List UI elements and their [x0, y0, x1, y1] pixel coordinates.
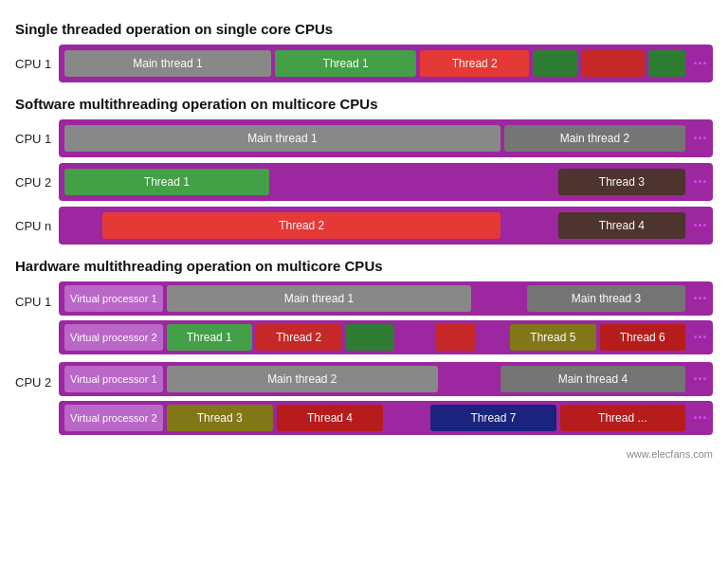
ellipsis: ··· — [693, 370, 707, 390]
vp-label: Virtual processor 2 — [64, 324, 163, 351]
thread-block: Main thread 4 — [500, 366, 685, 392]
vp-label: Virtual processor 2 — [64, 405, 163, 431]
thread-block — [435, 324, 476, 351]
ellipsis: ··· — [693, 408, 707, 428]
thread-block: Thread 2 — [102, 212, 500, 239]
thread-block: Thread 1 — [275, 50, 416, 77]
section-title: Single threaded operation on single core… — [15, 21, 713, 37]
thread-block: Thread 2 — [420, 50, 529, 77]
thread-block — [345, 324, 393, 351]
thread-block: Main thread 2 — [504, 125, 685, 152]
cpu-bar: Main thread 1Thread 1Thread 2··· — [59, 45, 713, 82]
thread-block — [533, 50, 576, 77]
thread-block — [398, 324, 432, 351]
vp-label: Virtual processor 1 — [64, 285, 163, 312]
section: Hardware multithreading operation on mul… — [15, 258, 713, 435]
thread-block: Thread 3 — [167, 405, 273, 431]
thread-block — [64, 212, 99, 239]
vp-row: Virtual processor 1Main thread 2Main thr… — [59, 362, 713, 396]
ellipsis: ··· — [693, 289, 707, 309]
thread-block: Main thread 1 — [167, 285, 472, 312]
cpu-row: CPU 1Main thread 1Thread 1Thread 2··· — [15, 45, 713, 82]
vp-row: Virtual processor 1Main thread 1Main thr… — [59, 281, 713, 316]
thread-block — [480, 324, 506, 351]
hw-cpu-label: CPU 2 — [15, 362, 59, 390]
thread-block: Thread 3 — [558, 169, 685, 195]
cpu-row: CPU 1Main thread 1Main thread 2··· — [15, 119, 713, 157]
ellipsis: ··· — [693, 129, 707, 149]
hw-cpu-group: CPU 1Virtual processor 1Main thread 1Mai… — [15, 281, 713, 354]
cpu-label: CPU n — [15, 219, 59, 233]
cpu-bar: Thread 2Thread 4··· — [59, 207, 713, 245]
thread-block: Thread 6 — [600, 324, 685, 351]
thread-block: Main thread 2 — [167, 366, 439, 392]
cpu-label: CPU 1 — [15, 132, 59, 146]
thread-block: Thread 7 — [430, 405, 555, 431]
thread-block: Thread 1 — [64, 169, 269, 195]
cpu-bar: Main thread 1Main thread 2··· — [59, 119, 713, 157]
section: Single threaded operation on single core… — [15, 21, 713, 82]
thread-block: Thread 4 — [277, 405, 383, 431]
ellipsis: ··· — [693, 216, 707, 236]
cpu-row: CPU 2Thread 1Thread 3··· — [15, 163, 713, 201]
cpu-label: CPU 1 — [15, 57, 59, 71]
cpu-label: CPU 2 — [15, 175, 59, 190]
thread-block: Thread ... — [560, 405, 685, 431]
ellipsis: ··· — [693, 172, 707, 192]
cpu-row: CPU nThread 2Thread 4··· — [15, 207, 713, 245]
thread-block: Thread 1 — [167, 324, 252, 351]
thread-block: Main thread 1 — [64, 50, 271, 77]
vp-row: Virtual processor 2Thread 1Thread 2Threa… — [59, 320, 713, 354]
vp-label: Virtual processor 1 — [64, 366, 163, 392]
watermark: www.elecfans.com — [15, 448, 713, 460]
thread-block: Main thread 1 — [64, 125, 500, 152]
vp-row: Virtual processor 2Thread 3Thread 4Threa… — [59, 401, 713, 435]
section-title: Software multithreading operation on mul… — [15, 96, 713, 112]
thread-block — [442, 366, 497, 392]
thread-block: Thread 4 — [558, 212, 685, 239]
thread-block — [648, 50, 685, 77]
thread-block: Thread 5 — [510, 324, 595, 351]
hw-vp-rows: Virtual processor 1Main thread 1Main thr… — [59, 281, 713, 354]
thread-block — [387, 405, 427, 431]
hw-cpu-group: CPU 2Virtual processor 1Main thread 2Mai… — [15, 362, 713, 435]
thread-block: Main thread 3 — [527, 285, 685, 312]
thread-block — [581, 50, 645, 77]
hw-vp-rows: Virtual processor 1Main thread 2Main thr… — [59, 362, 713, 435]
section: Software multithreading operation on mul… — [15, 96, 713, 245]
thread-block — [273, 169, 555, 195]
hw-cpu-label: CPU 1 — [15, 281, 59, 309]
ellipsis: ··· — [693, 328, 707, 348]
thread-block: Thread 2 — [256, 324, 341, 351]
thread-block — [475, 285, 523, 312]
cpu-bar: Thread 1Thread 3··· — [59, 163, 713, 201]
thread-block — [504, 212, 555, 239]
section-title: Hardware multithreading operation on mul… — [15, 258, 713, 274]
ellipsis: ··· — [693, 54, 707, 74]
